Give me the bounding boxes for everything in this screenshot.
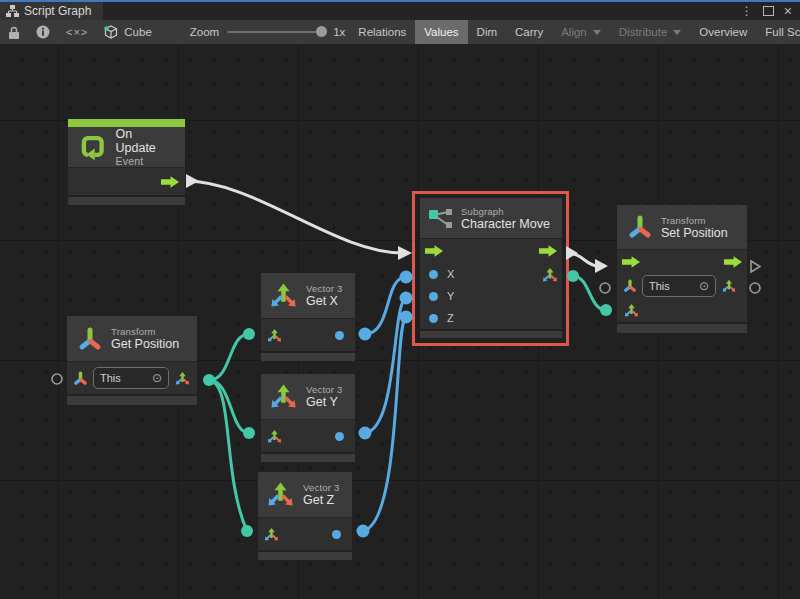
maximize-icon[interactable] — [763, 6, 774, 16]
graph-target[interactable]: Cube — [96, 20, 160, 44]
vector3-output-port-icon[interactable] — [541, 266, 559, 284]
node-subtitle: Vector 3 — [306, 283, 342, 294]
node-header[interactable]: Subgraph Character Move — [420, 198, 562, 239]
node-on-update[interactable]: On Update Event — [68, 119, 185, 205]
zoom-slider[interactable] — [227, 31, 327, 33]
node-body — [258, 518, 352, 550]
port-label: X — [447, 268, 454, 280]
flow-output-port[interactable] — [539, 245, 557, 257]
object-picker-icon[interactable]: ⊙ — [152, 372, 162, 384]
node-title: Set Position — [661, 226, 728, 240]
transform-icon — [627, 214, 653, 240]
object-picker-icon[interactable]: ⊙ — [699, 280, 709, 292]
script-graph-icon — [6, 5, 19, 17]
target-label: Cube — [124, 26, 152, 38]
node-footer — [68, 195, 185, 205]
zoom-control: Zoom 1x — [182, 20, 350, 44]
vector3-input-port-icon[interactable] — [266, 428, 283, 445]
vector3-input-port-icon[interactable] — [623, 302, 640, 319]
node-footer — [258, 550, 352, 560]
this-input-field[interactable]: This ⊙ — [93, 367, 169, 389]
vector3-output-port-icon[interactable] — [174, 370, 191, 387]
node-body: This ⊙ — [617, 250, 747, 322]
node-footer — [67, 394, 197, 405]
node-title: Get X — [306, 294, 342, 308]
transform-icon — [77, 326, 103, 352]
tab-bar: Script Graph ⋮ × — [0, 2, 800, 20]
info-button[interactable] — [28, 20, 58, 44]
lock-button[interactable] — [0, 20, 28, 44]
align-button[interactable]: Align — [552, 20, 610, 44]
flow-input-port[interactable] — [622, 256, 640, 268]
window-controls: ⋮ × — [741, 2, 800, 20]
zoom-slider-handle[interactable] — [316, 26, 327, 37]
node-body — [261, 420, 355, 452]
node-subtitle: Event — [116, 155, 175, 167]
node-footer — [261, 351, 355, 361]
flow-output-port[interactable] — [161, 176, 179, 188]
carry-button[interactable]: Carry — [506, 20, 552, 44]
node-subtitle: Transform — [661, 215, 728, 226]
x-output-port[interactable] — [335, 331, 344, 340]
chevron-down-icon — [593, 30, 601, 35]
node-get-position[interactable]: Transform Get Position This ⊙ — [67, 316, 197, 405]
event-loop-icon — [78, 132, 108, 162]
vector3-icon — [268, 280, 299, 311]
node-header[interactable]: Transform Set Position — [617, 205, 747, 250]
node-body: This ⊙ — [67, 362, 197, 394]
node-header[interactable]: Transform Get Position — [67, 316, 197, 362]
vector3-output-port-icon[interactable] — [721, 278, 737, 294]
chevron-down-icon — [673, 30, 681, 35]
node-title: Get Z — [303, 493, 339, 507]
node-footer — [261, 452, 355, 462]
overview-button[interactable]: Overview — [690, 20, 756, 44]
dim-button[interactable]: Dim — [468, 20, 506, 44]
x-input-port[interactable] — [429, 270, 438, 279]
script-graph-window: Script Graph ⋮ × <×> — [0, 0, 800, 599]
y-output-port[interactable] — [335, 432, 344, 441]
event-accent-strip — [68, 119, 185, 127]
flow-input-port[interactable] — [425, 245, 443, 257]
z-input-port[interactable] — [429, 314, 438, 323]
node-get-y[interactable]: Vector 3 Get Y — [261, 374, 355, 462]
node-set-position[interactable]: Transform Set Position — [617, 205, 747, 333]
node-title: On Update — [116, 127, 175, 155]
node-body: X Y Z — [420, 239, 562, 329]
node-subtitle: Vector 3 — [306, 384, 342, 395]
vector3-input-port-icon[interactable] — [263, 526, 280, 543]
node-get-x[interactable]: Vector 3 Get X — [261, 273, 355, 361]
tab-label: Script Graph — [24, 4, 91, 18]
port-label: Z — [447, 312, 454, 324]
y-input-port[interactable] — [429, 292, 438, 301]
vector3-icon — [268, 381, 299, 412]
vector3-input-port-icon[interactable] — [266, 327, 283, 344]
close-icon[interactable]: × — [784, 4, 792, 18]
node-character-move[interactable]: Subgraph Character Move X — [420, 198, 562, 338]
transform-port-icon[interactable] — [73, 371, 88, 386]
port-label: Y — [447, 290, 454, 302]
transform-port-icon[interactable] — [623, 279, 637, 293]
edit-graph-button[interactable]: <×> — [58, 20, 96, 44]
node-header[interactable]: On Update Event — [68, 127, 185, 168]
node-header[interactable]: Vector 3 Get Y — [261, 374, 355, 420]
node-footer — [420, 329, 562, 338]
fullscreen-button[interactable]: Full Screen — [756, 20, 800, 44]
graph-canvas[interactable]: On Update Event Transform — [0, 44, 800, 599]
zoom-value: 1x — [333, 26, 345, 38]
node-header[interactable]: Vector 3 Get X — [261, 273, 355, 319]
zoom-label: Zoom — [190, 26, 219, 38]
values-button[interactable]: Values — [415, 20, 467, 44]
node-get-z[interactable]: Vector 3 Get Z — [258, 472, 352, 560]
relations-button[interactable]: Relations — [349, 20, 415, 44]
tab-script-graph[interactable]: Script Graph — [0, 2, 103, 20]
node-header[interactable]: Vector 3 Get Z — [258, 472, 352, 518]
node-footer — [617, 322, 747, 333]
z-output-port[interactable] — [332, 530, 341, 539]
node-body — [68, 168, 185, 195]
this-input-field[interactable]: This ⊙ — [642, 275, 716, 297]
cube-icon — [104, 25, 118, 39]
flow-output-port[interactable] — [724, 256, 742, 268]
distribute-button[interactable]: Distribute — [610, 20, 691, 44]
graph-toolbar: <×> Cube Zoom 1x Relations Values Dim Ca… — [0, 20, 800, 45]
window-menu-icon[interactable]: ⋮ — [741, 5, 753, 17]
